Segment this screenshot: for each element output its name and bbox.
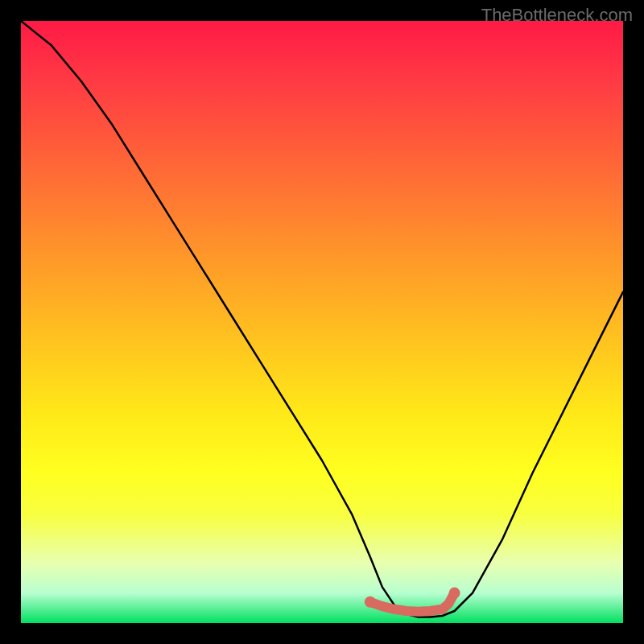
- optimal-band-endpoint: [449, 588, 460, 599]
- series-optimal-band: [370, 593, 455, 612]
- optimal-band-endpoint: [365, 597, 376, 608]
- chart-svg: [21, 21, 623, 623]
- watermark-text: TheBottleneck.com: [481, 5, 633, 26]
- series-bottleneck-curve: [21, 21, 623, 617]
- chart-container: TheBottleneck.com: [0, 0, 644, 644]
